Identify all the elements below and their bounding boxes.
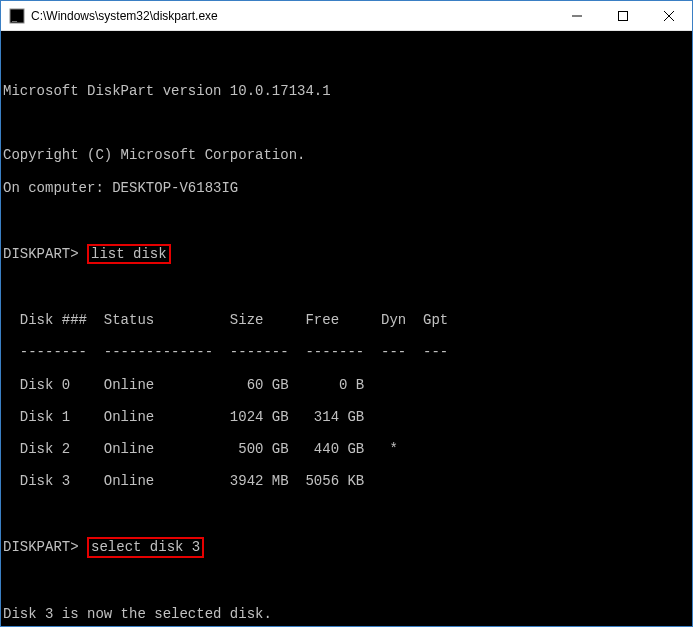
disk-table-header: Disk ### Status Size Free Dyn Gpt: [3, 312, 690, 328]
prompt-line: DISKPART> list disk: [3, 244, 690, 264]
prompt-text: DISKPART>: [3, 539, 79, 555]
window-frame: _ C:\Windows\system32\diskpart.exe Micro…: [0, 0, 693, 627]
command-select-disk: select disk 3: [87, 537, 204, 557]
table-row: Disk 0 Online 60 GB 0 B: [3, 377, 690, 393]
prompt-text: DISKPART>: [3, 246, 79, 262]
svg-rect-3: [619, 11, 628, 20]
command-list-disk: list disk: [87, 244, 171, 264]
version-line: Microsoft DiskPart version 10.0.17134.1: [3, 83, 690, 99]
svg-text:_: _: [11, 11, 18, 22]
prompt-line: DISKPART> select disk 3: [3, 537, 690, 557]
minimize-button[interactable]: [554, 1, 600, 30]
table-row: Disk 1 Online 1024 GB 314 GB: [3, 409, 690, 425]
table-row: Disk 3 Online 3942 MB 5056 KB: [3, 473, 690, 489]
maximize-button[interactable]: [600, 1, 646, 30]
app-icon: _: [9, 8, 25, 24]
terminal-output[interactable]: Microsoft DiskPart version 10.0.17134.1 …: [1, 31, 692, 626]
message-disk-selected: Disk 3 is now the selected disk.: [3, 606, 690, 622]
computer-line: On computer: DESKTOP-V6183IG: [3, 180, 690, 196]
titlebar[interactable]: _ C:\Windows\system32\diskpart.exe: [1, 1, 692, 31]
copyright-line: Copyright (C) Microsoft Corporation.: [3, 147, 690, 163]
disk-table-divider: -------- ------------- ------- ------- -…: [3, 344, 690, 360]
close-button[interactable]: [646, 1, 692, 30]
window-title: C:\Windows\system32\diskpart.exe: [31, 9, 554, 23]
table-row: Disk 2 Online 500 GB 440 GB *: [3, 441, 690, 457]
